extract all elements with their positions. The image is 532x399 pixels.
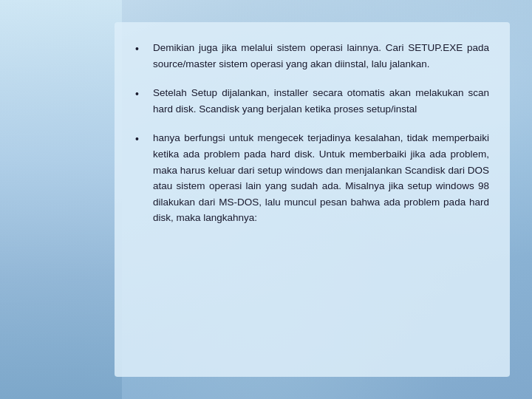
bullet-dot-3: • xyxy=(135,131,147,147)
background: • Demikian juga jika melalui sistem oper… xyxy=(0,0,532,399)
content-box: • Demikian juga jika melalui sistem oper… xyxy=(115,22,510,377)
left-panel xyxy=(0,0,122,399)
bullet-list: • Demikian juga jika melalui sistem oper… xyxy=(135,40,489,226)
list-item: • Setelah Setup dijalankan, installer se… xyxy=(135,85,489,117)
bullet-text-2: Setelah Setup dijalankan, installer seca… xyxy=(153,85,489,117)
bullet-dot-1: • xyxy=(135,41,147,57)
bullet-text-1: Demikian juga jika melalui sistem operas… xyxy=(153,40,489,72)
list-item: • Demikian juga jika melalui sistem oper… xyxy=(135,40,489,72)
bullet-dot-2: • xyxy=(135,86,147,102)
list-item: • hanya berfungsi untuk mengecek terjadi… xyxy=(135,130,489,226)
bullet-text-3: hanya berfungsi untuk mengecek terjadiny… xyxy=(153,130,489,226)
